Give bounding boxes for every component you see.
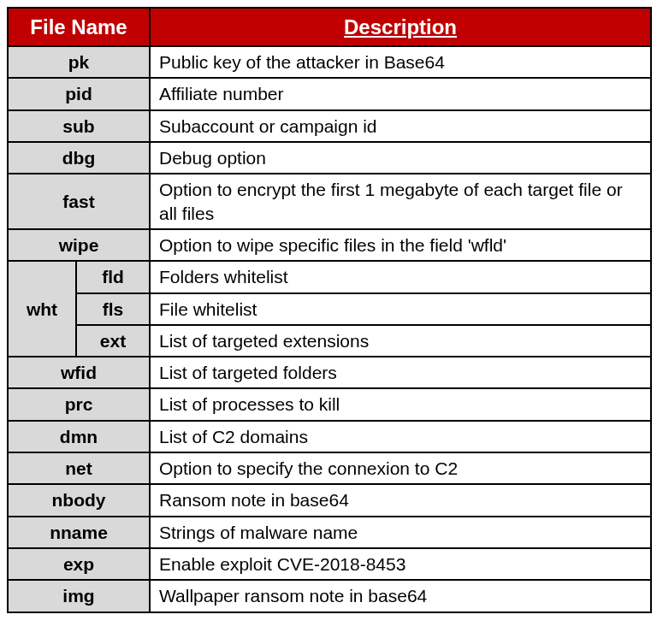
field-name: img — [8, 580, 150, 612]
field-name: sub — [8, 110, 150, 142]
field-name: ext — [76, 325, 150, 357]
field-name-group: wht — [8, 261, 76, 357]
table-row: nname Strings of malware name — [8, 517, 651, 548]
field-desc: Option to specify the connexion to C2 — [150, 452, 651, 484]
field-name: fld — [76, 261, 150, 292]
table-row: net Option to specify the connexion to C… — [8, 452, 651, 484]
field-desc: Folders whitelist — [150, 261, 651, 292]
table-row: img Wallpaper ransom note in base64 — [8, 580, 651, 612]
field-desc: List of targeted extensions — [150, 325, 651, 357]
field-desc: Option to wipe specific files in the fie… — [150, 229, 651, 261]
table-row: wht fld Folders whitelist — [8, 261, 651, 292]
field-name: net — [8, 452, 150, 484]
table-row: sub Subaccount or campaign id — [8, 110, 651, 142]
field-desc: Wallpaper ransom note in base64 — [150, 580, 651, 612]
field-name: nbody — [8, 484, 150, 516]
field-desc: File whitelist — [150, 293, 651, 325]
field-name: dmn — [8, 421, 150, 452]
field-desc: List of processes to kill — [150, 388, 651, 420]
field-name: wipe — [8, 229, 150, 261]
field-name: pid — [8, 78, 150, 109]
table-row: fast Option to encrypt the first 1 megab… — [8, 174, 651, 229]
field-name: pk — [8, 46, 150, 78]
table-row: pid Affiliate number — [8, 78, 651, 109]
table-row: prc List of processes to kill — [8, 388, 651, 420]
table-row: exp Enable exploit CVE-2018-8453 — [8, 548, 651, 580]
field-desc: Option to encrypt the first 1 megabyte o… — [150, 174, 651, 229]
header-description: Description — [150, 8, 651, 46]
field-desc: List of targeted folders — [150, 357, 651, 388]
config-table: File Name Description pk Public key of t… — [7, 7, 652, 613]
field-name: fls — [76, 293, 150, 325]
field-name: exp — [8, 548, 150, 580]
field-name: fast — [8, 174, 150, 229]
field-desc: Strings of malware name — [150, 517, 651, 548]
header-row: File Name Description — [8, 8, 651, 46]
table-row: wfid List of targeted folders — [8, 357, 651, 388]
field-desc: Public key of the attacker in Base64 — [150, 46, 651, 78]
table-row: fls File whitelist — [8, 293, 651, 325]
field-name: wfid — [8, 357, 150, 388]
table-row: dbg Debug option — [8, 142, 651, 174]
field-desc: List of C2 domains — [150, 421, 651, 452]
field-desc: Enable exploit CVE-2018-8453 — [150, 548, 651, 580]
field-name: nname — [8, 517, 150, 548]
table-row: dmn List of C2 domains — [8, 421, 651, 452]
field-desc: Ransom note in base64 — [150, 484, 651, 516]
header-filename: File Name — [8, 8, 150, 46]
table-row: nbody Ransom note in base64 — [8, 484, 651, 516]
field-desc: Subaccount or campaign id — [150, 110, 651, 142]
table-row: wipe Option to wipe specific files in th… — [8, 229, 651, 261]
field-name: dbg — [8, 142, 150, 174]
field-desc: Affiliate number — [150, 78, 651, 109]
field-desc: Debug option — [150, 142, 651, 174]
table-row: pk Public key of the attacker in Base64 — [8, 46, 651, 78]
field-name: prc — [8, 388, 150, 420]
table-row: ext List of targeted extensions — [8, 325, 651, 357]
